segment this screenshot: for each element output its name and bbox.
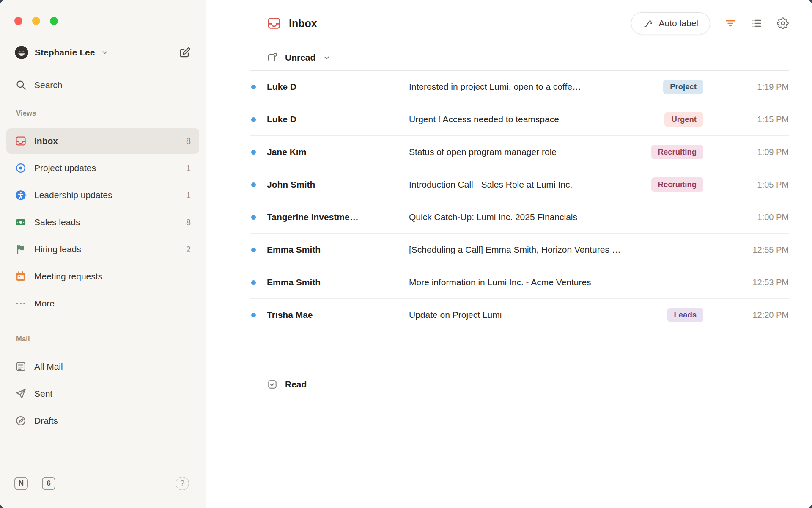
- title-wrap: Inbox: [267, 16, 317, 30]
- sidebar-item-hiring-leads[interactable]: Hiring leads 2: [6, 237, 199, 262]
- sidebar-item-label: Meeting requests: [34, 271, 102, 282]
- list-view-icon[interactable]: [751, 17, 763, 29]
- email-label-badge: Recruiting: [651, 177, 703, 192]
- notion-badge[interactable]: N: [14, 477, 28, 490]
- sidebar-item-inbox[interactable]: Inbox 8: [6, 128, 199, 154]
- sidebar-item-count: 1: [186, 190, 191, 200]
- ellipsis-icon: [15, 298, 27, 309]
- search-label: Search: [34, 80, 63, 90]
- sidebar-item-label: Inbox: [34, 136, 58, 146]
- sidebar-item-drafts[interactable]: Drafts: [6, 408, 199, 433]
- email-time: 12:53 PM: [725, 278, 789, 287]
- sidebar-item-sent[interactable]: Sent: [6, 381, 199, 406]
- email-row[interactable]: Jane Kim Status of open program manager …: [250, 136, 789, 168]
- unread-dot: [251, 85, 256, 89]
- footer-badges: N 6: [14, 477, 55, 490]
- sidebar-item-label: Hiring leads: [34, 244, 81, 254]
- email-sender: Jane Kim: [267, 147, 409, 157]
- sidebar-nav: Views Inbox 8 Project updates 1 Leadersh…: [0, 91, 206, 435]
- email-row[interactable]: Trisha Mae Update on Project Lumi Leads …: [250, 299, 789, 331]
- sidebar-item-label: All Mail: [34, 362, 63, 372]
- email-subject: Quick Catch-Up: Lumi Inc. 2025 Financial…: [409, 212, 725, 222]
- sidebar-item-label: More: [34, 298, 55, 309]
- page-title: Inbox: [289, 17, 317, 30]
- sidebar-item-count: 8: [186, 136, 191, 146]
- user-row: Stephanie Lee: [0, 45, 206, 60]
- unread-dot: [251, 313, 256, 318]
- window-controls: [0, 0, 206, 25]
- sidebar-item-all-mail[interactable]: All Mail: [6, 354, 199, 379]
- sidebar-item-leadership-updates[interactable]: Leadership updates 1: [6, 182, 199, 208]
- email-row[interactable]: Luke D Urgent ! Access needed to teamspa…: [250, 103, 789, 136]
- sidebar-item-label: Drafts: [34, 416, 58, 426]
- auto-label-text: Auto label: [659, 18, 698, 28]
- avatar: [14, 45, 29, 60]
- email-row[interactable]: Emma Smith [Scheduling a Call] Emma Smit…: [250, 234, 789, 266]
- email-subject: [Scheduling a Call] Emma Smith, Horizon …: [409, 245, 725, 255]
- filter-icon[interactable]: [724, 17, 736, 29]
- email-subject: Urgent ! Access needed to teamspace: [409, 114, 664, 124]
- sidebar-section-label: Mail: [0, 335, 206, 343]
- email-time: 1:09 PM: [725, 147, 789, 157]
- unread-section-header[interactable]: Unread: [250, 48, 789, 67]
- unread-dot: [251, 215, 256, 220]
- email-label-badge: Urgent: [664, 112, 703, 127]
- account-switcher[interactable]: Stephanie Lee: [14, 45, 109, 60]
- email-subject: More information in Lumi Inc. - Acme Ven…: [409, 277, 725, 287]
- email-sender: Luke D: [267, 82, 409, 92]
- sidebar-item-count: 8: [186, 218, 191, 227]
- minimize-button[interactable]: [32, 17, 40, 25]
- help-button[interactable]: ?: [176, 477, 189, 490]
- sidebar-section-views: Views Inbox 8 Project updates 1 Leadersh…: [0, 109, 206, 316]
- read-checkbox-icon: [267, 379, 278, 390]
- email-time: 12:55 PM: [725, 245, 789, 255]
- compose-button[interactable]: [178, 47, 191, 59]
- inbox-icon: [15, 135, 27, 147]
- sidebar-item-more[interactable]: More: [6, 291, 199, 316]
- sidebar-item-label: Sales leads: [34, 217, 80, 227]
- email-row[interactable]: Emma Smith More information in Lumi Inc.…: [250, 266, 789, 299]
- person-icon: [15, 189, 27, 201]
- auto-label-button[interactable]: Auto label: [631, 12, 710, 34]
- sidebar-item-meeting-requests[interactable]: Meeting requests: [6, 264, 199, 289]
- user-name: Stephanie Lee: [35, 47, 95, 58]
- email-row[interactable]: John Smith Introduction Call - Sales Rol…: [250, 168, 789, 201]
- email-time: 1:05 PM: [725, 180, 789, 190]
- search-icon: [15, 79, 27, 91]
- unread-dot: [251, 117, 256, 122]
- sidebar-item-project-updates[interactable]: Project updates 1: [6, 155, 199, 181]
- email-label-badge: Recruiting: [651, 145, 703, 159]
- count-badge[interactable]: 6: [42, 477, 55, 490]
- email-time: 1:00 PM: [725, 213, 789, 222]
- sidebar-item-label: Leadership updates: [34, 190, 112, 200]
- auto-label-icon: [643, 18, 653, 29]
- target-icon: [15, 162, 27, 174]
- email-subject: Interested in project Lumi, open to a co…: [409, 82, 663, 92]
- search-button[interactable]: Search: [0, 79, 206, 91]
- read-label: Read: [285, 379, 307, 389]
- chevron-down-icon: [323, 54, 331, 62]
- email-time: 12:20 PM: [725, 310, 789, 320]
- email-sender: Trisha Mae: [267, 310, 409, 320]
- email-time: 1:19 PM: [725, 82, 789, 92]
- email-row[interactable]: Luke D Interested in project Lumi, open …: [250, 71, 789, 103]
- email-row[interactable]: Tangerine Investme… Quick Catch-Up: Lumi…: [250, 201, 789, 234]
- inbox-icon: [267, 16, 281, 30]
- email-subject: Update on Project Lumi: [409, 310, 667, 320]
- email-sender: Emma Smith: [267, 245, 409, 255]
- header-actions: Auto label: [631, 12, 789, 34]
- read-section-header[interactable]: Read: [250, 370, 789, 398]
- unread-label: Unread: [285, 52, 315, 63]
- sidebar-section-label: Views: [0, 109, 206, 117]
- zoom-button[interactable]: [50, 17, 58, 25]
- email-time: 1:15 PM: [725, 115, 789, 124]
- settings-gear-icon[interactable]: [777, 17, 789, 29]
- email-sender: Tangerine Investme…: [267, 212, 409, 222]
- app-window: Stephanie Lee Search Views Inbox 8 Proje…: [0, 0, 812, 508]
- sidebar-item-sales-leads[interactable]: Sales leads 8: [6, 210, 199, 235]
- sidebar: Stephanie Lee Search Views Inbox 8 Proje…: [0, 0, 206, 508]
- sent-icon: [15, 388, 27, 400]
- email-sender: Luke D: [267, 114, 409, 124]
- close-button[interactable]: [14, 17, 22, 25]
- unread-dot: [251, 182, 256, 187]
